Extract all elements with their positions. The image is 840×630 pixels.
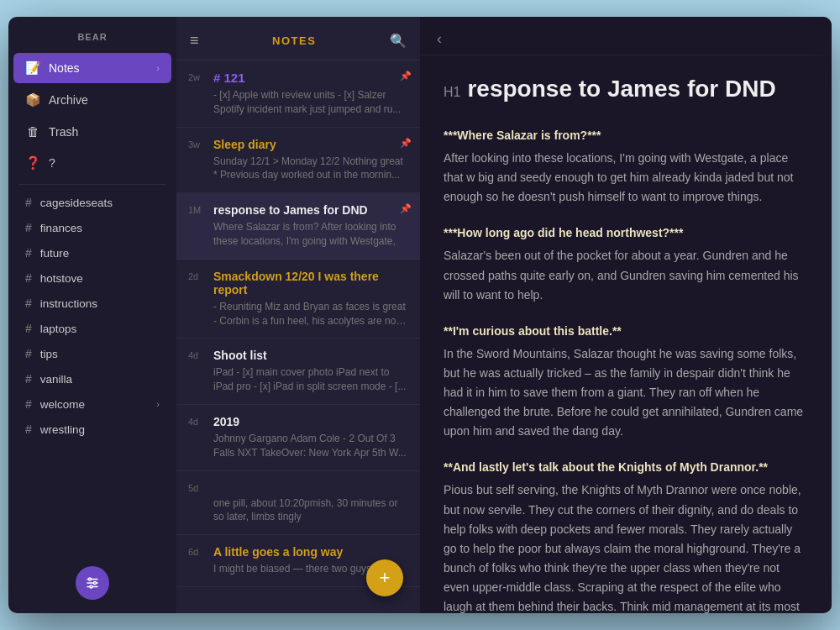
editor-header: ‹ [420, 17, 832, 55]
tag-label: finances [40, 222, 82, 234]
hash-icon: # [25, 271, 32, 285]
document-title-text: response to James for DND [467, 76, 775, 102]
section-heading: **I'm curious about this battle.** [444, 322, 808, 341]
tag-label: vanilla [40, 373, 72, 386]
note-age: 2w [188, 72, 207, 82]
note-preview: Sunday 12/1 > Monday 12/2 Nothing great … [213, 155, 408, 183]
tag-label: future [40, 247, 70, 260]
new-note-button[interactable]: + [366, 559, 403, 596]
sidebar-tag-hotstove[interactable]: # hotstove [13, 265, 171, 291]
section-heading: ***How long ago did he head northwest?**… [444, 223, 808, 243]
sidebar-tag-finances[interactable]: # finances [13, 215, 171, 240]
tag-label: cagesideseats [40, 197, 113, 209]
h1-marker: H1 [444, 85, 460, 100]
document-title: H1 response to James for DND [444, 76, 808, 102]
note-item-smackdown[interactable]: 2d Smackdown 12/20 I was there report - … [176, 260, 420, 339]
note-title: 2019 [213, 415, 239, 428]
help-icon: ❓ [25, 155, 40, 171]
note-title: Smackdown 12/20 I was there report [213, 270, 408, 297]
note-title: # 121 [213, 71, 245, 85]
note-list-title: NOTES [272, 34, 316, 47]
svg-point-3 [89, 578, 92, 580]
note-age: 5d [188, 483, 207, 493]
hash-icon: # [25, 372, 32, 386]
hash-icon: # [25, 423, 32, 436]
pin-icon: 📌 [400, 203, 412, 214]
editor-section-where-salazar: ***Where Salazar is from?*** After looki… [444, 126, 808, 207]
chevron-right-icon: › [156, 63, 160, 73]
sidebar-tag-wrestling[interactable]: # wrestling [13, 417, 171, 442]
note-list-header: ≡ NOTES 🔍 [176, 17, 420, 60]
hash-icon: # [25, 322, 32, 335]
note-title: Sleep diary [213, 138, 276, 151]
hash-icon: # [25, 297, 32, 310]
tag-label: instructions [40, 297, 97, 310]
note-items-container: 2w # 121 - [x] Apple with review units -… [176, 60, 420, 613]
sidebar-item-trash-label: Trash [49, 125, 160, 139]
hash-icon: # [25, 246, 32, 260]
sidebar-divider [18, 184, 166, 185]
chevron-right-icon: › [156, 399, 160, 409]
note-age: 1M [188, 205, 207, 215]
tag-label: tips [40, 348, 58, 360]
sidebar-item-help[interactable]: ❓ ? [13, 148, 171, 178]
hash-icon: # [25, 221, 32, 234]
tag-label: laptops [40, 323, 77, 335]
note-age: 3w [188, 139, 207, 150]
sidebar-footer [8, 553, 176, 613]
tag-label: wrestling [40, 423, 85, 436]
note-item-121[interactable]: 2w # 121 - [x] Apple with review units -… [176, 60, 420, 128]
note-list: ≡ NOTES 🔍 2w # 121 - [x] Apple with revi… [176, 17, 420, 613]
hamburger-icon[interactable]: ≡ [190, 32, 199, 50]
note-title: Shoot list [213, 349, 267, 362]
sidebar-item-notes[interactable]: 📝 Notes › [13, 53, 171, 83]
sidebar-tag-welcome[interactable]: # welcome › [13, 391, 171, 417]
app-window: BEAR 📝 Notes › 📦 Archive 🗑 Trash ❓ ? # c… [8, 17, 832, 613]
archive-icon: 📦 [25, 92, 40, 108]
section-body: Salazar's been out of the pocket for abo… [444, 246, 808, 304]
search-icon[interactable]: 🔍 [390, 33, 407, 49]
note-preview: - Reuniting Miz and Bryan as faces is gr… [213, 300, 408, 328]
sidebar-tag-cagesideseats[interactable]: # cagesideseats [13, 190, 171, 215]
pin-icon: 📌 [400, 71, 412, 81]
tag-label: welcome [40, 398, 85, 411]
note-item-response-james[interactable]: 1M response to James for DND Where Salaz… [176, 193, 420, 260]
note-item-sleep-diary[interactable]: 3w Sleep diary Sunday 12/1 > Monday 12/2… [176, 128, 420, 194]
sidebar-tag-tips[interactable]: # tips [13, 341, 171, 366]
editor-section-curious-battle: **I'm curious about this battle.** In th… [444, 322, 808, 442]
section-body: After looking into these locations, I'm … [444, 149, 808, 207]
note-age: 4d [188, 350, 207, 360]
note-item-pill[interactable]: 5d one pill, about 10:20pmish, 30 minute… [176, 471, 420, 536]
editor-content[interactable]: H1 response to James for DND ***Where Sa… [420, 55, 832, 613]
sidebar-tag-laptops[interactable]: # laptops [13, 316, 171, 341]
hash-icon: # [25, 397, 32, 411]
sidebar-item-help-label: ? [49, 156, 160, 170]
section-body: Pious but self serving, the Knights of M… [444, 480, 808, 613]
trash-icon: 🗑 [25, 124, 40, 139]
sidebar-item-trash[interactable]: 🗑 Trash [13, 117, 171, 146]
note-item-2019[interactable]: 4d 2019 Johnny Gargano Adam Cole - 2 Out… [176, 405, 420, 471]
back-button[interactable]: ‹ [437, 30, 442, 48]
notes-icon: 📝 [25, 60, 40, 76]
app-title: BEAR [8, 17, 176, 52]
note-age: 4d [188, 417, 207, 427]
settings-button[interactable] [76, 566, 109, 600]
note-preview: Where Salazar is from? After looking int… [213, 220, 408, 249]
note-age: 6d [188, 547, 207, 557]
sidebar-tag-instructions[interactable]: # instructions [13, 291, 171, 316]
hash-icon: # [25, 347, 32, 360]
note-preview: Johnny Gargano Adam Cole - 2 Out Of 3 Fa… [213, 432, 408, 460]
sidebar-tag-future[interactable]: # future [13, 240, 171, 265]
note-preview: one pill, about 10:20pmish, 30 minutes o… [213, 496, 408, 525]
section-heading: **And lastly let's talk about the Knight… [444, 458, 808, 477]
note-title: A little goes a long way [213, 545, 343, 559]
note-item-shoot-list[interactable]: 4d Shoot list iPad - [x] main cover phot… [176, 339, 420, 405]
sidebar-tag-vanilla[interactable]: # vanilla [13, 366, 171, 391]
editor-section-how-long-ago: ***How long ago did he head northwest?**… [444, 223, 808, 304]
tag-label: hotstove [40, 272, 83, 285]
note-age: 2d [188, 271, 207, 281]
note-preview: - [x] Apple with review units - [x] Salz… [213, 88, 408, 117]
plus-icon: + [380, 567, 391, 589]
sidebar-item-archive[interactable]: 📦 Archive [13, 85, 171, 115]
pin-icon: 📌 [400, 138, 412, 149]
